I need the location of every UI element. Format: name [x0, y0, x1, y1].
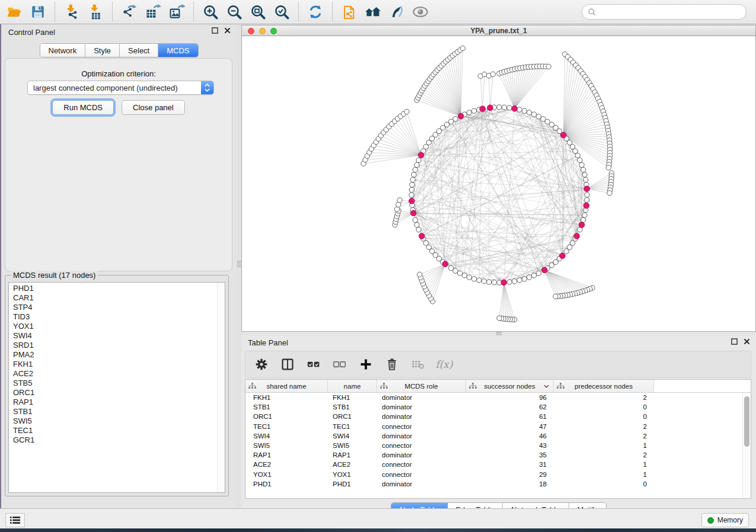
table-cell: dominator [377, 450, 466, 460]
table-row[interactable]: TEC1TEC1connector472 [245, 422, 743, 431]
column-header-name[interactable]: name [328, 380, 377, 392]
deselect-all-button[interactable] [332, 357, 347, 372]
tab-mcds[interactable]: MCDS [158, 44, 197, 57]
table-row[interactable]: RAP1RAP1dominator352 [245, 450, 743, 460]
export-network-button[interactable] [117, 1, 141, 23]
zoom-fit-button[interactable] [246, 1, 270, 23]
fx-label: f(x) [435, 358, 452, 370]
tab-style[interactable]: Style [85, 44, 120, 57]
mcds-result-item[interactable]: STB1 [9, 407, 218, 416]
table-row[interactable]: YOX1YOX1connector291 [245, 470, 743, 479]
hierarchy-icon [248, 383, 256, 389]
column-header-successor-nodes[interactable]: successor nodes [466, 380, 554, 392]
show-columns-button[interactable] [280, 357, 295, 372]
application-window: Control Panel NetworkStyleSelectMCDS Opt… [0, 0, 756, 532]
zoom-in-button[interactable] [199, 1, 222, 23]
show-graphics-details-button[interactable] [385, 1, 409, 23]
mcds-result-item[interactable]: SWI5 [9, 416, 218, 426]
minimize-window-button[interactable] [259, 28, 266, 34]
apply-layout-button[interactable] [304, 1, 327, 23]
close-panel-button[interactable]: Close panel [122, 100, 185, 115]
mcds-result-item[interactable]: ACE2 [9, 369, 218, 379]
close-window-button[interactable] [248, 28, 254, 34]
mcds-result-item[interactable]: GCR1 [9, 435, 218, 445]
toolbar-separator [112, 2, 113, 21]
mcds-result-item[interactable]: TEC1 [9, 426, 218, 435]
column-header-mcds-role[interactable]: MCDS role [377, 380, 466, 392]
import-table-button[interactable] [84, 1, 107, 23]
maximize-window-button[interactable] [270, 28, 277, 34]
table-cell: ACE2 [245, 460, 328, 469]
search-box[interactable] [582, 4, 747, 20]
new-network-from-selection-button[interactable] [337, 1, 361, 23]
float-panel-icon[interactable] [212, 27, 218, 34]
mcds-result-item[interactable]: STP4 [9, 303, 218, 312]
float-panel-icon[interactable] [731, 338, 738, 345]
mcds-result-item[interactable]: STB5 [9, 379, 218, 388]
tab-network[interactable]: Network [40, 44, 85, 57]
import-network-button[interactable] [60, 1, 84, 23]
table-row[interactable]: FKH1FKH1dominator962 [245, 393, 743, 402]
table-cell: 46 [466, 431, 554, 441]
table-row[interactable]: SWI5SWI5connector431 [245, 441, 743, 450]
tab-select[interactable]: Select [120, 44, 158, 57]
vertical-splitter[interactable] [237, 24, 241, 508]
table-cell: PHD1 [328, 479, 377, 489]
mcds-result-item[interactable]: CAR1 [9, 293, 218, 303]
mcds-result-item[interactable]: SWI4 [9, 331, 218, 341]
zoom-out-button[interactable] [222, 1, 246, 23]
table-panel-title: Table Panel [248, 338, 288, 347]
mcds-result-item[interactable]: PHD1 [9, 284, 218, 293]
mcds-result-item[interactable]: PMA2 [9, 350, 218, 360]
table-cell: dominator [377, 412, 466, 421]
criterion-dropdown[interactable]: largest connected component (undirected) [27, 81, 214, 95]
memory-button[interactable]: Memory [701, 513, 749, 527]
node-table[interactable]: shared namenameMCDS rolesuccessor nodesp… [245, 379, 751, 499]
table-cell: 2 [554, 393, 654, 402]
column-header-predecessor-nodes[interactable]: predecessor nodes [554, 380, 654, 392]
table-cell: 2 [554, 431, 654, 441]
export-table-button[interactable] [141, 1, 165, 23]
save-session-button[interactable] [26, 1, 50, 23]
table-cell: 1 [554, 460, 654, 469]
delete-column-button[interactable] [384, 357, 400, 372]
network-window-titlebar[interactable]: YPA_prune.txt_1 [241, 25, 756, 36]
network-canvas[interactable] [241, 36, 756, 332]
control-panel-title: Control Panel [8, 28, 55, 37]
mcds-result-list[interactable]: PHD1CAR1STP4TID3YOX1SWI4SRD1PMA2FKH1ACE2… [8, 282, 225, 493]
add-column-button[interactable] [358, 357, 374, 372]
run-mcds-button[interactable]: Run MCDS [52, 100, 114, 115]
table-row[interactable]: ACE2ACE2connector311 [245, 460, 743, 469]
mcds-result-item[interactable]: RAP1 [9, 398, 218, 407]
table-row[interactable]: PHD1PHD1dominator180 [245, 479, 743, 489]
table-cell: FKH1 [328, 393, 377, 402]
list-scrollbar[interactable] [217, 283, 225, 492]
scrollbar-thumb[interactable] [744, 396, 749, 447]
show-all-networks-button[interactable] [361, 1, 385, 23]
toolbar-separator [332, 2, 333, 21]
mcds-result-item[interactable]: ORC1 [9, 388, 218, 398]
mcds-result-item[interactable]: TID3 [9, 312, 218, 322]
table-scrollbar[interactable] [742, 393, 751, 498]
show-hide-panel-button[interactable] [409, 1, 432, 23]
network-window-title: YPA_prune.txt_1 [470, 27, 527, 35]
toolbar-separator [193, 2, 194, 21]
table-row[interactable]: STB1STB1dominator620 [245, 402, 743, 412]
mcds-result-item[interactable]: SRD1 [9, 341, 218, 350]
search-input[interactable] [596, 5, 746, 18]
mcds-result-item[interactable]: FKH1 [9, 360, 218, 369]
export-image-icon [168, 4, 185, 20]
table-cell: 35 [466, 450, 554, 460]
mcds-result-item[interactable]: YOX1 [9, 322, 218, 331]
open-session-button[interactable] [2, 1, 26, 23]
select-all-button[interactable] [306, 357, 321, 372]
close-panel-icon[interactable] [744, 338, 750, 345]
table-row[interactable]: SWI4SWI4dominator462 [245, 431, 743, 441]
export-image-button[interactable] [165, 1, 189, 23]
zoom-selected-button[interactable] [270, 1, 294, 23]
column-header-shared-name[interactable]: shared name [245, 380, 328, 392]
table-row[interactable]: ORC1ORC1dominator610 [245, 412, 743, 421]
close-panel-icon[interactable] [224, 27, 231, 34]
show-panels-button[interactable] [5, 513, 25, 527]
table-settings-button[interactable] [254, 357, 269, 372]
